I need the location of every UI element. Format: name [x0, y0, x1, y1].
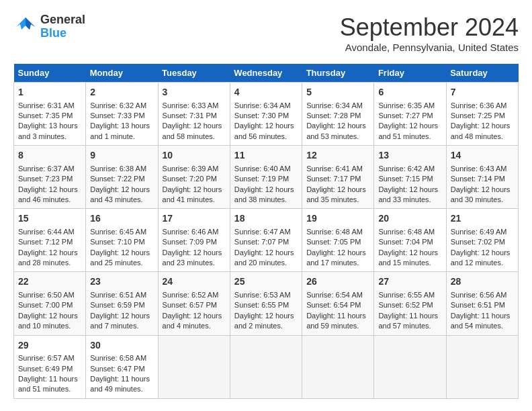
calendar-day-25: 25Sunrise: 6:53 AMSunset: 6:55 PMDayligh… [230, 272, 302, 335]
calendar-table: Sunday Monday Tuesday Wednesday Thursday… [13, 64, 519, 399]
calendar-day-5: 5Sunrise: 6:34 AMSunset: 7:28 PMDaylight… [302, 83, 374, 146]
calendar-day-20: 20Sunrise: 6:48 AMSunset: 7:04 PMDayligh… [374, 209, 446, 272]
empty-cell [374, 335, 446, 398]
calendar-day-1: 1Sunrise: 6:31 AMSunset: 7:35 PMDaylight… [14, 83, 86, 146]
logo-line2: Blue [40, 27, 85, 40]
empty-cell [302, 335, 374, 398]
empty-cell [230, 335, 302, 398]
calendar-day-17: 17Sunrise: 6:46 AMSunset: 7:09 PMDayligh… [158, 209, 230, 272]
month-title: September 2024 [340, 13, 519, 42]
title-block: September 2024 Avondale, Pennsylvania, U… [340, 13, 519, 53]
calendar-day-3: 3Sunrise: 6:33 AMSunset: 7:31 PMDaylight… [158, 83, 230, 146]
col-monday: Monday [86, 64, 158, 83]
col-saturday: Saturday [446, 64, 518, 83]
calendar-day-27: 27Sunrise: 6:55 AMSunset: 6:52 PMDayligh… [374, 272, 446, 335]
logo-icon [13, 15, 38, 39]
logo: General Blue [13, 13, 85, 40]
calendar-day-10: 10Sunrise: 6:39 AMSunset: 7:20 PMDayligh… [158, 146, 230, 209]
calendar-day-28: 28Sunrise: 6:56 AMSunset: 6:51 PMDayligh… [446, 272, 518, 335]
col-tuesday: Tuesday [158, 64, 230, 83]
calendar-day-19: 19Sunrise: 6:48 AMSunset: 7:05 PMDayligh… [302, 209, 374, 272]
calendar-week-3: 22Sunrise: 6:50 AMSunset: 7:00 PMDayligh… [14, 272, 519, 335]
calendar-day-24: 24Sunrise: 6:52 AMSunset: 6:57 PMDayligh… [158, 272, 230, 335]
calendar-day-9: 9Sunrise: 6:38 AMSunset: 7:22 PMDaylight… [86, 146, 158, 209]
calendar-day-14: 14Sunrise: 6:43 AMSunset: 7:14 PMDayligh… [446, 146, 518, 209]
calendar-day-23: 23Sunrise: 6:51 AMSunset: 6:59 PMDayligh… [86, 272, 158, 335]
calendar-day-21: 21Sunrise: 6:49 AMSunset: 7:02 PMDayligh… [446, 209, 518, 272]
calendar-day-15: 15Sunrise: 6:44 AMSunset: 7:12 PMDayligh… [14, 209, 86, 272]
calendar-day-2: 2Sunrise: 6:32 AMSunset: 7:33 PMDaylight… [86, 83, 158, 146]
calendar-day-16: 16Sunrise: 6:45 AMSunset: 7:10 PMDayligh… [86, 209, 158, 272]
calendar-day-22: 22Sunrise: 6:50 AMSunset: 7:00 PMDayligh… [14, 272, 86, 335]
svg-marker-1 [26, 17, 35, 30]
calendar-week-1: 8Sunrise: 6:37 AMSunset: 7:23 PMDaylight… [14, 146, 519, 209]
col-wednesday: Wednesday [230, 64, 302, 83]
empty-cell [158, 335, 230, 398]
calendar-week-0: 1Sunrise: 6:31 AMSunset: 7:35 PMDaylight… [14, 83, 519, 146]
calendar-day-7: 7Sunrise: 6:36 AMSunset: 7:25 PMDaylight… [446, 83, 518, 146]
logo-line1: General [40, 13, 85, 27]
calendar-day-30: 30Sunrise: 6:58 AMSunset: 6:47 PMDayligh… [86, 335, 158, 398]
calendar-day-13: 13Sunrise: 6:42 AMSunset: 7:15 PMDayligh… [374, 146, 446, 209]
calendar-day-26: 26Sunrise: 6:54 AMSunset: 6:54 PMDayligh… [302, 272, 374, 335]
calendar-week-2: 15Sunrise: 6:44 AMSunset: 7:12 PMDayligh… [14, 209, 519, 272]
location-subtitle: Avondale, Pennsylvania, United States [340, 42, 519, 53]
col-friday: Friday [374, 64, 446, 83]
calendar-day-29: 29Sunrise: 6:57 AMSunset: 6:49 PMDayligh… [14, 335, 86, 398]
calendar-day-12: 12Sunrise: 6:41 AMSunset: 7:17 PMDayligh… [302, 146, 374, 209]
empty-cell [446, 335, 518, 398]
calendar-day-8: 8Sunrise: 6:37 AMSunset: 7:23 PMDaylight… [14, 146, 86, 209]
page-header: General Blue September 2024 Avondale, Pe… [13, 13, 519, 53]
calendar-day-6: 6Sunrise: 6:35 AMSunset: 7:27 PMDaylight… [374, 83, 446, 146]
header-row: Sunday Monday Tuesday Wednesday Thursday… [14, 64, 519, 83]
col-sunday: Sunday [14, 64, 86, 83]
calendar-day-4: 4Sunrise: 6:34 AMSunset: 7:30 PMDaylight… [230, 83, 302, 146]
col-thursday: Thursday [302, 64, 374, 83]
calendar-week-4: 29Sunrise: 6:57 AMSunset: 6:49 PMDayligh… [14, 335, 519, 398]
calendar-day-18: 18Sunrise: 6:47 AMSunset: 7:07 PMDayligh… [230, 209, 302, 272]
calendar-day-11: 11Sunrise: 6:40 AMSunset: 7:19 PMDayligh… [230, 146, 302, 209]
